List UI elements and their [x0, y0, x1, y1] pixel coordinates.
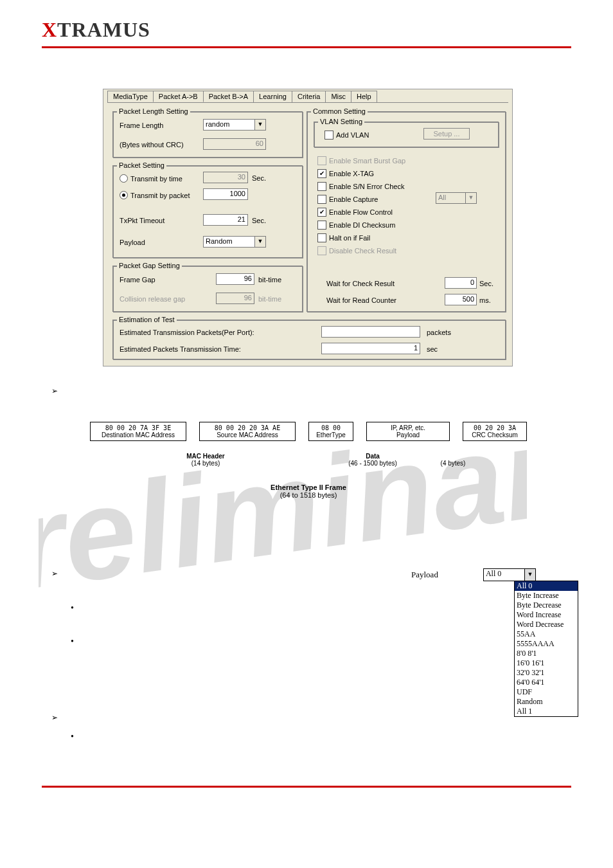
payload-opt-3[interactable]: Word Increase — [515, 610, 578, 620]
tab-packet-ba[interactable]: Packet B->A — [203, 91, 254, 102]
frame-gap-input[interactable]: 96 — [216, 273, 254, 285]
check-di-checksum[interactable]: Enable DI Checksum — [317, 221, 395, 230]
capture-label: Enable Capture — [329, 195, 378, 203]
doc-bullet-1: · — [51, 386, 64, 396]
tab-packet-ab[interactable]: Packet A->B — [153, 91, 204, 102]
frame-gap-label: Frame Gap — [120, 276, 155, 284]
payload-select[interactable]: Random ▼ — [203, 236, 266, 248]
di-checksum-label: Enable DI Checksum — [329, 221, 395, 229]
checkbox-icon — [317, 221, 326, 230]
radio-transmit-by-packet[interactable]: Transmit by packet — [120, 191, 190, 199]
payload-opt-7[interactable]: 8'0 8'1 — [515, 649, 578, 658]
check-halt-on-fail[interactable]: Halt on if Fail — [317, 233, 370, 242]
payload-opt-10[interactable]: 64'0 64'1 — [515, 678, 578, 687]
check-capture[interactable]: Enable Capture — [317, 195, 378, 204]
frame-data: Data (46 - 1500 bytes) — [334, 453, 411, 467]
group-vlan-legend: VLAN Setting — [318, 118, 364, 125]
frame-data-lab: Data — [366, 453, 380, 460]
frame-et-lab: EtherType — [312, 431, 350, 439]
checkbox-icon: ✔ — [317, 208, 326, 217]
wait-read-counter-unit: ms. — [479, 296, 491, 304]
payload-dd-selected: All 0 — [484, 569, 524, 581]
payload-opt-5[interactable]: 55AA — [515, 629, 578, 639]
payload-opt-0[interactable]: All 0 — [515, 581, 578, 591]
txpkt-timeout-input[interactable]: 21 — [203, 214, 248, 226]
frame-src-lab: Source MAC Address — [202, 431, 292, 439]
payload-opt-2[interactable]: Byte Decrease — [515, 601, 578, 610]
frame-mac-header: MAC Header (14 bytes) — [90, 453, 321, 467]
frame-crc-lab: CRC Checksum — [466, 431, 524, 439]
check-add-vlan[interactable]: Add VLAN — [324, 131, 369, 140]
add-vlan-label: Add VLAN — [336, 131, 369, 139]
radio-transmit-by-time[interactable]: Transmit by time — [120, 174, 182, 183]
wait-read-counter-input[interactable]: 500 — [445, 294, 477, 305]
payload-opt-1[interactable]: Byte Increase — [515, 591, 578, 601]
payload-opt-8[interactable]: 16'0 16'1 — [515, 658, 578, 668]
frame-mac-header-bytes: (14 bytes) — [191, 460, 220, 467]
frame-data-bytes: (46 - 1500 bytes) — [348, 460, 397, 467]
halt-on-fail-label: Halt on if Fail — [329, 234, 370, 242]
payload-opt-6[interactable]: 5555AAAA — [515, 639, 578, 649]
est-time-input: 1 — [321, 343, 420, 354]
est-packets-input — [321, 326, 420, 338]
frame-crc-hex: 00 20 20 3A — [466, 424, 524, 431]
wait-check-result-unit: Sec. — [479, 280, 493, 287]
frame-dst-hex: 80 00 20 7A 3F 3E — [93, 424, 183, 431]
brand-rest: TRAMUS — [57, 18, 150, 41]
tab-help[interactable]: Help — [351, 91, 377, 102]
payload-dropdown-figure: Payload All 0 ▼ All 0 Byte Increase Byte… — [411, 568, 578, 717]
bytes-without-crc-input: 60 — [203, 138, 266, 150]
wait-read-counter-label: Wait for Read Counter — [326, 296, 396, 304]
group-packet-setting-legend: Packet Setting — [117, 161, 166, 169]
chevron-down-icon: ▼ — [524, 569, 535, 581]
transmit-by-time-label: Transmit by time — [130, 175, 182, 183]
collision-release-gap-input: 96 — [216, 293, 254, 304]
frame-length-select[interactable]: random ▼ — [203, 119, 266, 131]
footer-rule — [42, 786, 571, 788]
check-disable-result: Disable Check Result — [317, 246, 396, 255]
payload-opt-11[interactable]: UDF — [515, 687, 578, 697]
checkbox-icon — [317, 182, 326, 191]
header-rule — [42, 46, 571, 48]
wait-check-result-label: Wait for Check Result — [326, 280, 395, 287]
frame-src-box: 80 00 20 20 3A AE Source MAC Address — [199, 422, 296, 441]
check-xtag[interactable]: ✔Enable X-TAG — [317, 169, 374, 178]
frame-crc-box: 00 20 20 3A CRC Checksum — [463, 422, 527, 441]
check-sn-error[interactable]: Enable S/N Error Check — [317, 182, 404, 191]
frame-crc-bytes-lab: (4 bytes) — [441, 460, 466, 467]
transmit-by-time-input: 30 — [203, 172, 248, 183]
capture-select-value: All — [436, 193, 465, 203]
smart-burst-label: Enable Smart Burst Gap — [329, 157, 405, 165]
radio-icon — [120, 191, 128, 199]
transmit-by-packet-input[interactable]: 1000 — [203, 188, 248, 200]
payload-opt-4[interactable]: Word Decrease — [515, 620, 578, 629]
tab-criteria[interactable]: Criteria — [292, 91, 326, 102]
tab-misc[interactable]: Misc — [325, 91, 351, 102]
radio-icon — [120, 174, 128, 183]
payload-opt-9[interactable]: 32'0 32'1 — [515, 668, 578, 678]
checkbox-icon — [317, 156, 326, 165]
group-packet-gap-legend: Packet Gap Setting — [117, 262, 182, 269]
group-common-setting: Common Setting VLAN Setting Add VLAN Set… — [306, 107, 506, 312]
check-smart-burst: Enable Smart Burst Gap — [317, 156, 405, 165]
payload-dd-select[interactable]: All 0 ▼ — [483, 568, 536, 581]
group-vlan: VLAN Setting Add VLAN Setup ... — [314, 118, 499, 147]
group-packet-setting: Packet Setting Transmit by time 30 Sec. … — [112, 161, 303, 258]
checkbox-icon: ✔ — [317, 169, 326, 178]
chevron-down-icon: ▼ — [465, 193, 476, 203]
frame-payload-hex: IP, ARP, etc. — [369, 424, 447, 431]
collision-release-gap-label: Collision release gap — [120, 295, 185, 303]
payload-opt-12[interactable]: Random — [515, 697, 578, 707]
check-flow-control[interactable]: ✔Enable Flow Control — [317, 208, 393, 217]
tab-learning[interactable]: Learning — [253, 91, 292, 102]
transmit-by-time-unit: Sec. — [252, 174, 266, 182]
wait-check-result-input[interactable]: 0 — [445, 277, 477, 289]
est-packets-label: Estimated Transmission Packets(Per Port)… — [120, 329, 254, 336]
doc-bullet-2: · — [51, 568, 64, 579]
frame-length-label: Frame Length — [120, 122, 163, 129]
tab-mediatype[interactable]: MediaType — [107, 91, 154, 102]
checkbox-icon — [317, 233, 326, 242]
payload-dd-list[interactable]: All 0 Byte Increase Byte Decrease Word I… — [514, 581, 578, 717]
payload-opt-13[interactable]: All 1 — [515, 707, 578, 716]
setup-button: Setup ... — [423, 128, 470, 140]
